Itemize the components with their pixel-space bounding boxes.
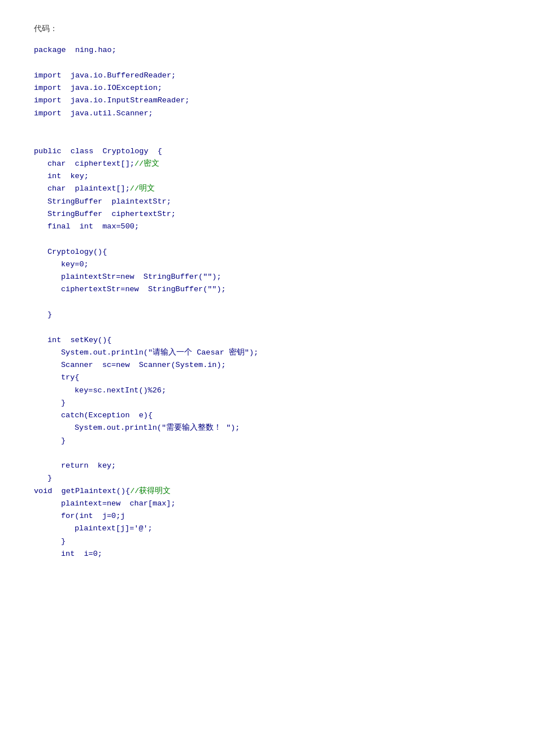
page-label: 代码： [34, 23, 500, 35]
code-block: package ning.hao; import java.io.Buffere… [34, 44, 500, 560]
page-content: 代码： package ning.hao; import java.io.Buf… [34, 23, 500, 560]
